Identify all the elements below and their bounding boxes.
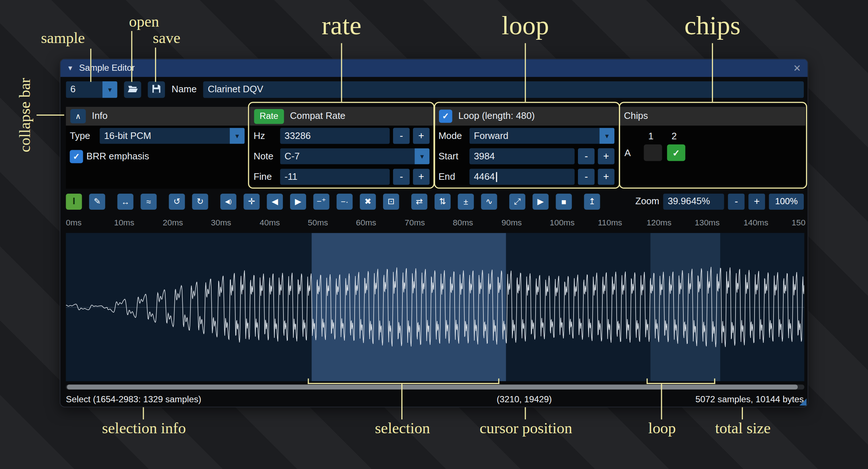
annotation-bracket-selection bbox=[308, 379, 499, 384]
x-icon: ✖ bbox=[364, 197, 371, 206]
annotation-line-open bbox=[131, 31, 132, 82]
brr-emphasis-checkbox[interactable]: ✓ bbox=[70, 150, 83, 163]
fade-in-button[interactable]: ◀ bbox=[267, 193, 283, 209]
annotation-line-sample bbox=[90, 49, 91, 82]
stop-button[interactable]: ■ bbox=[556, 193, 572, 209]
open-button[interactable] bbox=[124, 81, 141, 98]
resize-grip[interactable] bbox=[799, 398, 807, 406]
type-label: Type bbox=[70, 130, 96, 141]
zoom-in-button[interactable]: + bbox=[748, 193, 765, 209]
play-button[interactable]: ▶ bbox=[533, 193, 549, 209]
ruler-tick-label: 90ms bbox=[502, 217, 522, 227]
undo-icon: ↺ bbox=[173, 197, 180, 206]
fade-out-button[interactable]: ▶ bbox=[290, 193, 306, 209]
sign-button[interactable]: ± bbox=[458, 193, 474, 209]
trim-button[interactable]: ⊡ bbox=[383, 193, 399, 209]
zoom-label: Zoom bbox=[635, 196, 659, 207]
annotation-collapse-bar: collapse bar bbox=[16, 78, 34, 152]
insert-silence-button[interactable]: −⁺ bbox=[313, 193, 329, 209]
apply-silence-button[interactable]: −· bbox=[336, 193, 352, 209]
ruler-tick-label: 140ms bbox=[744, 217, 768, 227]
sample-number-select[interactable]: 6 ▼ bbox=[66, 81, 117, 98]
annotation-box-chips bbox=[619, 102, 807, 189]
chevron-down-icon[interactable]: ▼ bbox=[230, 128, 245, 144]
info-header: ∧ Info bbox=[66, 107, 249, 126]
window-title: Sample Editor bbox=[79, 63, 135, 73]
floppy-save-icon bbox=[151, 84, 162, 96]
annotation-line-selection-info bbox=[143, 407, 144, 419]
ruler-tick-label: 60ms bbox=[356, 217, 377, 227]
annotation-save: save bbox=[153, 29, 181, 47]
resample-button[interactable]: ≈ bbox=[140, 193, 157, 209]
annotation-line-save bbox=[155, 47, 156, 82]
window-collapse-icon[interactable]: ▼ bbox=[67, 64, 74, 72]
annotation-cursor-position: cursor position bbox=[480, 419, 572, 437]
waveform-canvas[interactable] bbox=[66, 233, 805, 381]
name-label: Name bbox=[171, 84, 197, 95]
info-section: ∧ Info Type 16-bit PCM ▼ ✓ BRR emphasis bbox=[66, 107, 250, 189]
pencil-icon: ✎ bbox=[94, 197, 101, 206]
amplify-button[interactable]: ◀) bbox=[220, 193, 236, 209]
upload-wavetable-button[interactable]: ↥ bbox=[584, 193, 600, 209]
annotation-rate: rate bbox=[322, 10, 362, 40]
crossfade-loop-button[interactable]: ⤢ bbox=[509, 193, 525, 209]
select-tool-button[interactable]: I bbox=[66, 193, 82, 209]
annotation-total-size: total size bbox=[715, 419, 771, 437]
draw-tool-button[interactable]: ✎ bbox=[89, 193, 105, 209]
chevron-up-icon: ∧ bbox=[75, 112, 81, 120]
updown-arrows-icon: ⇅ bbox=[439, 197, 446, 206]
status-selection-info: Select (1654-2983: 1329 samples) bbox=[66, 395, 201, 404]
scrollbar-thumb[interactable] bbox=[67, 384, 798, 389]
dash-plus-icon: −⁺ bbox=[317, 197, 326, 206]
redo-button[interactable]: ↻ bbox=[192, 193, 208, 209]
undo-button[interactable]: ↺ bbox=[169, 193, 185, 209]
plus-minus-icon: ± bbox=[463, 197, 468, 206]
folder-open-icon bbox=[127, 83, 138, 96]
type-select[interactable]: 16-bit PCM ▼ bbox=[100, 128, 245, 144]
chevron-down-icon[interactable]: ▼ bbox=[103, 81, 117, 98]
ruler-tick-label: 100ms bbox=[550, 217, 575, 227]
right-triangle-icon: ▶ bbox=[295, 197, 301, 206]
sine-wave-icon: ∿ bbox=[486, 197, 493, 206]
brr-emphasis-label: BRR emphasis bbox=[86, 151, 149, 162]
stop-icon: ■ bbox=[561, 197, 566, 206]
ibeam-cursor-icon: I bbox=[73, 196, 75, 207]
annotation-open: open bbox=[129, 13, 159, 31]
zoom-reset-button[interactable]: 100% bbox=[769, 193, 804, 209]
annotation-chips: chips bbox=[684, 10, 741, 40]
close-icon[interactable]: ✕ bbox=[793, 62, 801, 74]
sample-header-row: 6 ▼ Name Clarinet DQV bbox=[66, 81, 804, 98]
crossed-arrows-icon: ⤢ bbox=[514, 197, 521, 206]
zoom-input[interactable]: 39.9645% bbox=[663, 193, 724, 209]
filter-button[interactable]: ∿ bbox=[481, 193, 497, 209]
invert-button[interactable]: ⇅ bbox=[435, 193, 451, 209]
ruler-tick-label: 30ms bbox=[211, 217, 231, 227]
resample-icon: ≈ bbox=[146, 197, 151, 206]
waveform-scrollbar[interactable] bbox=[66, 384, 805, 389]
titlebar[interactable]: ▼ Sample Editor ✕ bbox=[60, 59, 807, 77]
check-icon: ✓ bbox=[73, 151, 80, 161]
name-input[interactable]: Clarinet DQV bbox=[203, 81, 804, 98]
type-value: 16-bit PCM bbox=[100, 128, 230, 144]
annotation-box-loop bbox=[434, 102, 620, 189]
annotation-line-cursor bbox=[525, 407, 526, 419]
resize-button[interactable]: ↔ bbox=[117, 193, 134, 209]
annotation-box-rate bbox=[248, 102, 435, 189]
collapse-bar-button[interactable]: ∧ bbox=[70, 109, 86, 123]
annotation-selection: selection bbox=[375, 419, 430, 437]
reverse-button[interactable]: ⇄ bbox=[411, 193, 427, 209]
time-ruler[interactable]: 0ms 10ms 20ms 30ms 40ms 50ms 60ms 70ms 8… bbox=[60, 215, 807, 230]
annotation-loop-bottom: loop bbox=[648, 419, 676, 437]
status-total-size: 5072 samples, 10144 bytes bbox=[695, 395, 804, 404]
annotation-loop: loop bbox=[502, 10, 549, 40]
arrows-out-icon: ✛ bbox=[248, 197, 255, 206]
annotation-line-total-size bbox=[742, 407, 743, 419]
delete-button[interactable]: ✖ bbox=[360, 193, 376, 209]
left-triangle-icon: ◀ bbox=[272, 197, 278, 206]
zoom-out-button[interactable]: - bbox=[728, 193, 745, 209]
sample-toolbar: I ✎ ↔ ≈ ↺ ↻ ◀) ✛ ◀ ▶ −⁺ −· ✖ ⊡ ⇄ ⇅ ± ∿ ⤢… bbox=[66, 193, 804, 210]
save-button[interactable] bbox=[148, 81, 165, 98]
ruler-tick-label: 110ms bbox=[598, 217, 622, 227]
normalize-button[interactable]: ✛ bbox=[244, 193, 260, 209]
dash-dot-icon: −· bbox=[341, 197, 348, 206]
